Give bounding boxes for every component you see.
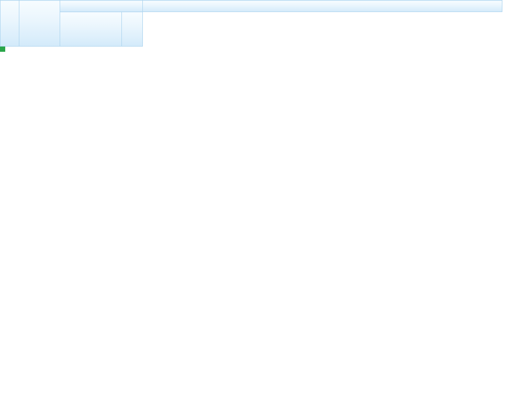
group-header-result bbox=[60, 1, 143, 12]
blue-ball-highlight-box bbox=[0, 47, 5, 52]
col-header-period bbox=[19, 1, 60, 47]
col-header-seq bbox=[1, 1, 19, 47]
lottery-stats-table bbox=[0, 0, 502, 47]
group-header-red-attributes bbox=[143, 1, 502, 12]
lottery-table-wrap bbox=[0, 0, 505, 47]
col-header-red-balls bbox=[60, 12, 122, 47]
col-header-blue-ball bbox=[122, 12, 143, 47]
table-header bbox=[1, 1, 502, 47]
